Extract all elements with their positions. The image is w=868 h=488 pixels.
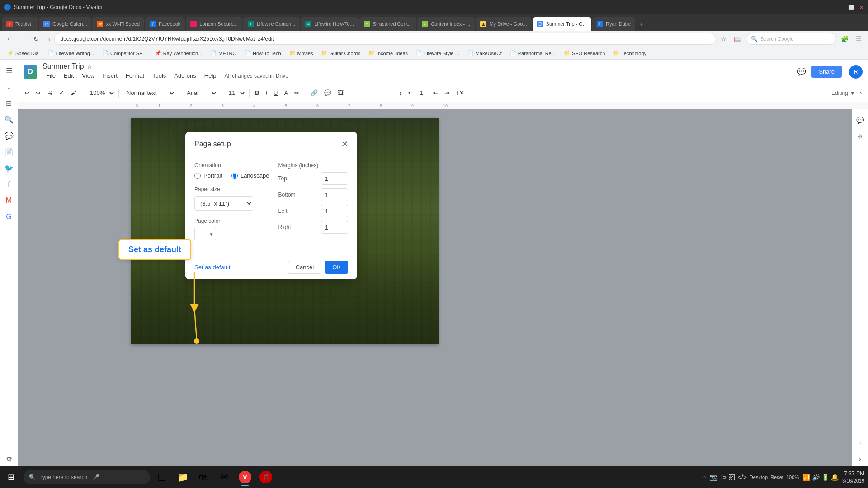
vivaldi-menu-button[interactable]: ☰ — [853, 33, 864, 44]
tab-structured[interactable]: S Structured Cont... — [359, 17, 416, 31]
bookmark-lifewire-style[interactable]: 📄 Lifewire Style ... — [412, 49, 463, 57]
portrait-option[interactable]: Portrait — [194, 172, 222, 179]
toolbar-zoom[interactable]: 100% 75% 125% — [85, 87, 116, 99]
bookmark-competitor-se[interactable]: 📄 Competitor SE... — [99, 49, 151, 57]
tab-my-drive[interactable]: ▲ My Drive - Goo... — [476, 17, 531, 31]
taskbar-file-explorer[interactable]: 📁 — [173, 467, 193, 487]
toolbar-sidebar-toggle[interactable]: › — [857, 88, 864, 98]
taskbar-screenshot-icon[interactable]: 📷 — [709, 474, 717, 481]
taskbar-mail[interactable]: ✉ — [214, 467, 234, 487]
toolbar-image[interactable]: 🖼 — [335, 88, 346, 98]
toolbar-bold[interactable]: B — [252, 88, 262, 98]
toolbar-style[interactable]: Normal text Heading 1 — [122, 87, 176, 99]
toolbar-indent-less[interactable]: ⇤ — [430, 88, 441, 98]
docs-menu-addons[interactable]: Add-ons — [170, 70, 199, 81]
bookmark-button[interactable]: ☆ — [718, 33, 729, 44]
set-as-default-link[interactable]: Set as default — [194, 264, 231, 271]
sidebar-icon-templates[interactable]: ⊞ — [2, 96, 16, 110]
bookmark-makeuseof[interactable]: 📄 MakeUseOf — [464, 49, 505, 57]
taskbar-vivaldi[interactable]: V — [235, 467, 255, 487]
margin-right-input[interactable] — [321, 221, 348, 234]
bookmark-speed-dial[interactable]: ⚡ Speed Dial — [4, 49, 43, 57]
sidebar-icon-twitter[interactable]: 🐦 — [2, 161, 16, 175]
taskbar-search-box[interactable]: 🔍 Type here to search 🎤 — [24, 470, 150, 484]
editing-mode-dropdown[interactable]: ▼ — [850, 90, 855, 96]
bookmark-lifewire-writing[interactable]: 📄 LifeWire Writng... — [44, 49, 98, 57]
toolbar-comment[interactable]: 💬 — [321, 88, 334, 98]
maximize-button[interactable]: ⬜ — [848, 4, 854, 10]
toolbar-linespacing[interactable]: ↕ — [396, 88, 405, 98]
toolbar-indent-more[interactable]: ⇥ — [442, 88, 452, 98]
sidebar-icon-google[interactable]: G — [2, 210, 16, 224]
reload-button[interactable]: ↻ — [31, 33, 42, 44]
docs-share-button[interactable]: Share — [811, 66, 842, 78]
search-box[interactable]: 🔍 Search Google — [746, 33, 836, 45]
toolbar-underline[interactable]: U — [271, 88, 280, 98]
docs-menu-insert[interactable]: Insert — [99, 70, 121, 81]
toolbar-spell-check[interactable]: ✓ — [57, 88, 67, 98]
toolbar-highlight[interactable]: ✏ — [292, 88, 302, 98]
new-tab-button[interactable]: + — [636, 18, 647, 31]
portrait-radio[interactable] — [194, 173, 201, 179]
toolbar-font[interactable]: Arial Times New Roman — [182, 87, 218, 99]
back-button[interactable]: ← — [4, 33, 15, 44]
taskbar-network-icon[interactable]: 📶 — [802, 474, 810, 481]
taskbar-code-icon[interactable]: </> — [738, 474, 747, 481]
bookmark-ray-wenderlitch[interactable]: 📌 Ray Wenderlich... — [151, 49, 206, 57]
toolbar-print[interactable]: 🖨 — [44, 88, 56, 98]
sidebar-icon-download[interactable]: ↓ — [2, 80, 16, 94]
bookmark-movies[interactable]: 📁 Movies — [286, 49, 317, 57]
tab-london[interactable]: L London Suburb... — [186, 17, 242, 31]
dialog-close-button[interactable]: ✕ — [341, 139, 348, 149]
landscape-radio[interactable] — [231, 173, 238, 179]
page-color-dropdown-btn[interactable]: ▼ — [207, 228, 216, 240]
forward-button[interactable]: → — [17, 33, 29, 44]
toolbar-clear-format[interactable]: T✕ — [453, 88, 467, 98]
sidebar-icon-settings[interactable]: ⚙ — [2, 452, 16, 466]
tab-google-calendar[interactable]: 16 Google Calen... — [39, 17, 91, 31]
extensions-button[interactable]: 🧩 — [838, 33, 851, 44]
toolbar-list-bullet[interactable]: •≡ — [406, 88, 416, 98]
toolbar-textcolor[interactable]: A — [281, 88, 291, 98]
taskbar-speaker-icon[interactable]: 🔊 — [812, 474, 820, 481]
toolbar-undo[interactable]: ↩ — [22, 88, 32, 98]
taskbar-task-view[interactable]: ❑ — [152, 467, 172, 487]
tab-todoist[interactable]: T Todoist — [2, 17, 38, 31]
bookmark-income-ideas[interactable]: 📁 Income_Ideas — [365, 49, 411, 57]
page-color-swatch[interactable] — [194, 228, 207, 240]
dialog-ok-button[interactable]: OK — [325, 261, 348, 274]
toolbar-paint-format[interactable]: 🖌 — [68, 88, 79, 98]
reader-button[interactable]: 📖 — [731, 33, 744, 44]
bookmark-seo-research[interactable]: 📁 SEO Research — [560, 49, 609, 57]
taskbar-notification-icon[interactable]: 🔔 — [831, 474, 839, 481]
sidebar-icon-search[interactable]: 🔍 — [2, 112, 16, 127]
taskbar-image-icon[interactable]: 🖼 — [729, 474, 735, 481]
right-icon-settings[interactable]: ⚙ — [853, 129, 868, 144]
toolbar-link[interactable]: 🔗 — [308, 88, 321, 98]
right-icon-comments[interactable]: 💬 — [853, 113, 868, 127]
margin-bottom-input[interactable] — [321, 188, 348, 201]
sidebar-icon-menu[interactable]: ☰ — [2, 63, 16, 78]
toolbar-align-right[interactable]: ≡ — [372, 88, 381, 98]
tab-content-index[interactable]: C Content Index - ... — [417, 17, 475, 31]
taskbar-settings-icon[interactable]: ⌂ — [703, 474, 706, 481]
bookmark-paranormal[interactable]: 📄 Paranormal Re... — [506, 49, 559, 57]
toolbar-list-number[interactable]: 1≡ — [417, 88, 429, 98]
paper-size-select[interactable]: (8.5" x 11") A4 — [194, 196, 253, 211]
bookmark-guitar-chords[interactable]: 📁 Guitar Chords — [317, 49, 363, 57]
tab-lifewire-howto[interactable]: ≡ Lifewire How-To... — [301, 17, 358, 31]
docs-menu-view[interactable]: View — [78, 70, 98, 81]
taskbar-app7[interactable]: 🎵 — [256, 467, 276, 487]
margin-top-input[interactable] — [321, 172, 348, 185]
bookmark-metro[interactable]: 📄 METRO — [207, 49, 240, 57]
sidebar-icon-facebook-left[interactable]: f — [2, 177, 16, 192]
toolbar-align-center[interactable]: ≡ — [362, 88, 371, 98]
address-bar[interactable] — [54, 33, 716, 45]
window-controls[interactable]: — ⬜ ✕ — [838, 4, 864, 10]
taskbar-start-button[interactable]: ⊞ — [0, 466, 22, 488]
tab-ryan-dube[interactable]: f Ryan Dube — [592, 17, 635, 31]
tab-lifewire-content[interactable]: + Lifewire Conten... — [243, 17, 300, 31]
minimize-button[interactable]: — — [838, 4, 844, 10]
toolbar-redo[interactable]: ↪ — [33, 88, 43, 98]
landscape-option[interactable]: Landscape — [231, 172, 269, 179]
